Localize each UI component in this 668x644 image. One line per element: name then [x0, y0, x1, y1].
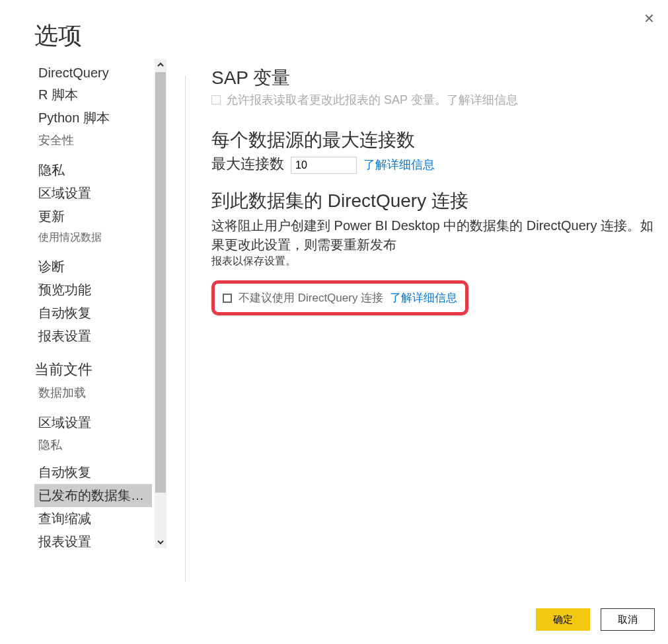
max-conn-input[interactable]	[291, 157, 357, 174]
scrollbar-thumb[interactable]	[155, 72, 166, 493]
section-sap-variables: SAP 变量 允许报表读取者更改此报表的 SAP 变量。了解详细信息	[211, 65, 655, 108]
sidebar-item-preview[interactable]: 预览功能	[34, 278, 152, 302]
sidebar-item-privacy[interactable]: 隐私	[34, 159, 152, 182]
max-connections-row: 最大连接数 了解详细信息	[211, 154, 655, 174]
sidebar-item-data-load[interactable]: 数据加载	[34, 382, 152, 403]
learn-more-link-dq[interactable]: 了解详细信息	[390, 290, 457, 305]
sidebar-section-current-file: 当前文件	[34, 348, 152, 382]
sidebar-list: DirectQuery R 脚本 Python 脚本 安全性 隐私 区域设置 更…	[34, 63, 152, 553]
sidebar-item-python-script[interactable]: Python 脚本	[34, 106, 152, 130]
sidebar-item-usage-data[interactable]: 使用情况数据	[34, 228, 152, 247]
cancel-button[interactable]: 取消	[601, 608, 655, 631]
sap-checkbox-row: 允许报表读取者更改此报表的 SAP 变量。了解详细信息	[211, 92, 655, 108]
sidebar-item-autorecover-2[interactable]: 自动恢复	[34, 461, 152, 484]
dialog-footer: 确定 取消	[536, 608, 655, 631]
content-area: DirectQuery R 脚本 Python 脚本 安全性 隐私 区域设置 更…	[0, 59, 668, 568]
checkbox-icon	[211, 95, 221, 104]
sidebar-item-autorecover[interactable]: 自动恢复	[34, 302, 152, 325]
sidebar-item-privacy-2[interactable]: 隐私	[34, 434, 152, 456]
heading-max-conn: 每个数据源的最大连接数	[211, 128, 655, 153]
discourage-dq-highlight: 不建议使用 DirectQuery 连接 了解详细信息	[211, 280, 468, 315]
scroll-down-icon[interactable]	[155, 536, 167, 548]
sidebar-item-report-settings-2[interactable]: 报表设置	[34, 530, 152, 553]
sidebar-item-directquery[interactable]: DirectQuery	[34, 63, 152, 83]
close-icon: ✕	[644, 11, 655, 26]
vertical-divider	[185, 75, 186, 582]
sidebar-item-published-datasets[interactable]: 已发布的数据集…	[34, 484, 152, 507]
ok-button[interactable]: 确定	[536, 608, 590, 631]
sidebar-item-regional[interactable]: 区域设置	[34, 182, 152, 205]
dq-desc-2: 报表以保存设置。	[211, 255, 655, 268]
section-max-connections: 每个数据源的最大连接数 最大连接数 了解详细信息	[211, 128, 655, 174]
sidebar: DirectQuery R 脚本 Python 脚本 安全性 隐私 区域设置 更…	[34, 59, 167, 568]
sidebar-item-updates[interactable]: 更新	[34, 205, 152, 228]
sidebar-item-query-reduction[interactable]: 查询缩减	[34, 507, 152, 530]
sidebar-item-security[interactable]: 安全性	[34, 130, 152, 151]
heading-sap: SAP 变量	[211, 65, 655, 91]
sidebar-item-report-settings[interactable]: 报表设置	[34, 325, 152, 348]
sidebar-item-regional-2[interactable]: 区域设置	[34, 411, 152, 434]
main-panel: SAP 变量 允许报表读取者更改此报表的 SAP 变量。了解详细信息 每个数据源…	[167, 59, 668, 568]
heading-dq: 到此数据集的 DirectQuery 连接	[211, 188, 655, 214]
section-dq-connections: 到此数据集的 DirectQuery 连接 这将阻止用户创建到 Power BI…	[211, 188, 655, 315]
learn-more-link-conn[interactable]: 了解详细信息	[363, 157, 435, 173]
dq-desc-1: 这将阻止用户创建到 Power BI Desktop 中的数据集的 Direct…	[211, 216, 655, 255]
close-button[interactable]: ✕	[644, 11, 655, 26]
checkbox-icon[interactable]	[223, 294, 232, 303]
sidebar-item-r-script[interactable]: R 脚本	[34, 83, 152, 106]
sap-checkbox-label: 允许报表读取者更改此报表的 SAP 变量。了解详细信息	[226, 92, 518, 108]
sidebar-item-diagnostics[interactable]: 诊断	[34, 255, 152, 278]
dialog-title: 选项	[0, 0, 668, 59]
max-conn-label: 最大连接数	[211, 154, 284, 174]
scroll-up-icon[interactable]	[155, 59, 167, 71]
sidebar-scrollbar[interactable]	[155, 59, 167, 548]
discourage-dq-label: 不建议使用 DirectQuery 连接	[239, 290, 383, 305]
